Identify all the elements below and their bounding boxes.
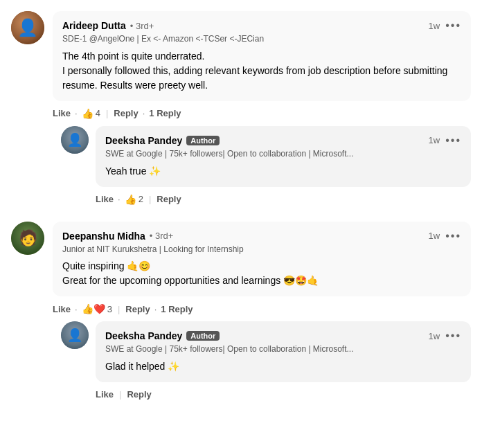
like-button-reply-deeksha-2[interactable]: Like bbox=[96, 389, 114, 400]
like-count-reply-deeksha-1: 2 bbox=[139, 194, 143, 204]
comment-card-deepanshu: Deepanshu Midha • 3rd+ 1w ••• Junior at … bbox=[53, 222, 471, 297]
comment-header-left-arideep: Arideep Dutta • 3rd+ bbox=[62, 20, 154, 31]
reply-action-bar-deeksha-2: Like | Reply bbox=[96, 386, 471, 404]
reply-headline-deeksha-2: SWE at Google | 75k+ followers| Open to … bbox=[105, 343, 461, 355]
reply-count-arideep[interactable]: 1 Reply bbox=[149, 108, 181, 118]
reply-text-deeksha-1: Yeah true ✨ bbox=[105, 164, 461, 179]
comment-header-deepanshu: Deepanshu Midha • 3rd+ 1w ••• bbox=[62, 230, 461, 242]
timestamp-deepanshu: 1w bbox=[429, 231, 440, 241]
reactions-deeksha-1: 👍 2 bbox=[125, 194, 143, 205]
reply-timestamp-deeksha-2: 1w bbox=[429, 331, 440, 341]
degree-deepanshu: • 3rd+ bbox=[150, 231, 174, 241]
reactions-deepanshu: 👍❤️ 3 bbox=[82, 303, 112, 314]
reply-header-deeksha-2: Deeksha Pandey Author 1w ••• bbox=[105, 330, 461, 342]
comment-header-left-deepanshu: Deepanshu Midha • 3rd+ bbox=[62, 231, 173, 242]
like-emoji-reply-deeksha-1: 👍 bbox=[125, 194, 136, 205]
reactions-arideep: 👍 4 bbox=[82, 108, 100, 119]
reply-action-bar-deeksha-1: Like · 👍 2 | Reply bbox=[96, 191, 471, 209]
reply-button-arideep[interactable]: Reply bbox=[114, 108, 138, 118]
headline-deepanshu: Junior at NIT Kurukshetra | Looking for … bbox=[62, 244, 461, 256]
reply-card-deeksha-2: Deeksha Pandey Author 1w ••• SWE at Goog… bbox=[96, 321, 471, 382]
avatar-arideep: 👤 bbox=[11, 11, 44, 44]
headline-arideep: SDE-1 @AngelOne | Ex <- Amazon <-TCSer <… bbox=[62, 33, 461, 45]
reply-timestamp-deeksha-1: 1w bbox=[429, 135, 440, 145]
like-count-deepanshu: 3 bbox=[107, 304, 112, 314]
reply-deeksha-1: 👤 Deeksha Pandey Author 1w ••• bbox=[61, 126, 471, 209]
action-bar-arideep: Like · 👍 4 | Reply · 1 Reply bbox=[53, 105, 471, 123]
reply-card-deeksha-1: Deeksha Pandey Author 1w ••• SWE at Goog… bbox=[96, 126, 471, 187]
reply-text-deeksha-2: Glad it helped ✨ bbox=[105, 359, 461, 374]
reply-thread-deepanshu: 👤 Deeksha Pandey Author 1w ••• bbox=[53, 321, 471, 404]
timestamp-arideep: 1w bbox=[429, 21, 440, 31]
reply-header-left-deeksha-2: Deeksha Pandey Author bbox=[105, 330, 220, 341]
degree-arideep: • 3rd+ bbox=[130, 21, 154, 31]
author-name-arideep: Arideep Dutta bbox=[62, 20, 126, 31]
comment-content-arideep: Arideep Dutta • 3rd+ 1w ••• SDE-1 @Angel… bbox=[53, 11, 471, 213]
comment-card-arideep: Arideep Dutta • 3rd+ 1w ••• SDE-1 @Angel… bbox=[53, 11, 471, 101]
like-emoji-arideep: 👍 bbox=[82, 108, 93, 119]
reply-header-left-deeksha-1: Deeksha Pandey Author bbox=[105, 135, 220, 146]
comment-arideep: 👤 Arideep Dutta • 3rd+ 1w ••• SDE-1 @Ang… bbox=[11, 11, 471, 213]
reply-header-deeksha-1: Deeksha Pandey Author 1w ••• bbox=[105, 134, 461, 147]
reply-headline-deeksha-1: SWE at Google | 75k+ followers| Open to … bbox=[105, 148, 461, 160]
author-name-deepanshu: Deepanshu Midha bbox=[62, 231, 145, 242]
author-badge-deeksha-1: Author bbox=[186, 136, 220, 145]
comment-content-deepanshu: Deepanshu Midha • 3rd+ 1w ••• Junior at … bbox=[53, 222, 471, 409]
avatar-deeksha-2: 👤 bbox=[61, 321, 89, 349]
like-button-reply-deeksha-1[interactable]: Like bbox=[96, 194, 114, 204]
reply-button-deeksha-2[interactable]: Reply bbox=[127, 389, 151, 400]
reply-button-deeksha-1[interactable]: Reply bbox=[157, 194, 181, 204]
action-bar-deepanshu: Like · 👍❤️ 3 | Reply · 1 Reply bbox=[53, 301, 471, 319]
reply-button-deepanshu[interactable]: Reply bbox=[125, 304, 150, 314]
more-options-icon-reply-deeksha-2[interactable]: ••• bbox=[445, 330, 461, 342]
like-button-deepanshu[interactable]: Like bbox=[53, 304, 71, 314]
comment-text-arideep: The 4th point is quite underrated. I per… bbox=[62, 49, 461, 93]
like-count-arideep: 4 bbox=[96, 108, 100, 118]
author-badge-deeksha-2: Author bbox=[186, 331, 220, 341]
reply-thread-arideep: 👤 Deeksha Pandey Author 1w ••• bbox=[53, 126, 471, 209]
reply-count-deepanshu[interactable]: 1 Reply bbox=[161, 304, 193, 314]
like-emoji-deepanshu: 👍❤️ bbox=[82, 303, 105, 314]
more-options-icon-deepanshu[interactable]: ••• bbox=[445, 230, 461, 242]
more-options-icon-arideep[interactable]: ••• bbox=[445, 19, 461, 32]
like-button-arideep[interactable]: Like bbox=[53, 108, 71, 118]
avatar-deepanshu: 🧑 bbox=[11, 222, 44, 255]
reply-author-name-deeksha-1: Deeksha Pandey bbox=[105, 135, 182, 146]
reply-deeksha-2: 👤 Deeksha Pandey Author 1w ••• bbox=[61, 321, 471, 404]
avatar-deeksha-1: 👤 bbox=[61, 126, 89, 154]
comment-text-deepanshu: Quite inspiring 🤙😊 Great for the upcomin… bbox=[62, 259, 461, 288]
reply-content-deeksha-1: Deeksha Pandey Author 1w ••• SWE at Goog… bbox=[96, 126, 471, 209]
reply-content-deeksha-2: Deeksha Pandey Author 1w ••• SWE at Goog… bbox=[96, 321, 471, 404]
more-options-icon-reply-deeksha-1[interactable]: ••• bbox=[445, 134, 461, 147]
comment-header-arideep: Arideep Dutta • 3rd+ 1w ••• bbox=[62, 19, 461, 32]
reply-author-name-deeksha-2: Deeksha Pandey bbox=[105, 330, 182, 341]
comment-deepanshu: 🧑 Deepanshu Midha • 3rd+ 1w ••• Junior a… bbox=[11, 222, 471, 409]
